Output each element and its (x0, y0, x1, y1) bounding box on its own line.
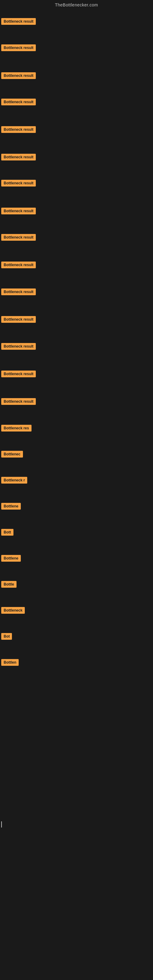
bottleneck-result-badge[interactable]: Bottlenec (1, 451, 23, 459)
bottleneck-result-badge[interactable]: Bottleneck r (1, 477, 27, 485)
badge-label: Bottlenec (1, 451, 23, 458)
badge-label: Bottleneck result (1, 261, 36, 268)
badge-label: Bott (1, 529, 13, 536)
badge-label: Bottleneck result (1, 234, 36, 241)
badge-label: Bottleneck res (1, 425, 32, 431)
bottleneck-result-badge[interactable]: Bottleneck result (1, 343, 36, 351)
badge-label: Bot (1, 633, 12, 640)
bottleneck-result-badge[interactable]: Bottlene (1, 555, 21, 563)
bottleneck-result-badge[interactable]: Bottleneck result (1, 371, 36, 379)
badge-label: Bottleneck result (1, 180, 36, 186)
badge-label: Bottleneck result (1, 45, 36, 51)
badge-label: Bottleneck result (1, 154, 36, 161)
badge-label: Bottleneck result (1, 398, 36, 405)
bottleneck-result-badge[interactable]: Bottleneck result (1, 261, 36, 269)
bottleneck-result-badge[interactable]: Bott (1, 529, 13, 537)
bottleneck-result-badge[interactable]: Bottleneck result (1, 154, 36, 162)
badge-label: Bottleneck result (1, 288, 36, 295)
badge-label: Bottleneck r (1, 477, 27, 484)
bottleneck-result-badge[interactable]: Bottlen (1, 659, 19, 667)
badge-label: Bottlene (1, 555, 21, 562)
badge-label: Bottleneck result (1, 18, 36, 25)
bottleneck-result-badge[interactable]: Bottleneck result (1, 398, 36, 406)
bottleneck-result-badge[interactable]: Bottleneck result (1, 126, 36, 134)
bottleneck-result-badge[interactable]: Bottleneck result (1, 99, 36, 107)
bottleneck-result-badge[interactable]: Bottleneck result (1, 208, 36, 216)
badge-label: Bottle (1, 581, 16, 588)
bottleneck-result-badge[interactable]: Bottleneck result (1, 288, 36, 296)
badge-label: Bottleneck result (1, 126, 36, 133)
badge-label: Bottleneck result (1, 343, 36, 350)
bottleneck-result-badge[interactable]: Bottlene (1, 503, 21, 511)
badge-label: Bottleneck result (1, 72, 36, 79)
bottleneck-result-badge[interactable]: Bottle (1, 581, 16, 589)
bottleneck-result-badge[interactable]: Bottleneck result (1, 180, 36, 188)
bottleneck-result-badge[interactable]: Bot (1, 633, 12, 641)
badge-label: Bottleneck result (1, 99, 36, 105)
bottleneck-result-badge[interactable]: Bottleneck result (1, 316, 36, 324)
bottleneck-result-badge[interactable]: Bottleneck (1, 607, 25, 615)
text-cursor (1, 821, 2, 827)
bottleneck-result-badge[interactable]: Bottleneck result (1, 45, 36, 52)
badge-label: Bottlene (1, 503, 21, 510)
badge-label: Bottlen (1, 659, 19, 666)
bottleneck-result-badge[interactable]: Bottleneck result (1, 18, 36, 26)
bottleneck-result-badge[interactable]: Bottleneck res (1, 425, 32, 433)
badge-label: Bottleneck result (1, 208, 36, 215)
badge-label: Bottleneck (1, 607, 25, 614)
bottleneck-result-badge[interactable]: Bottleneck result (1, 72, 36, 80)
badge-label: Bottleneck result (1, 316, 36, 323)
site-title: TheBottlenecker.com (0, 0, 153, 10)
bottleneck-result-badge[interactable]: Bottleneck result (1, 234, 36, 242)
badge-label: Bottleneck result (1, 371, 36, 377)
